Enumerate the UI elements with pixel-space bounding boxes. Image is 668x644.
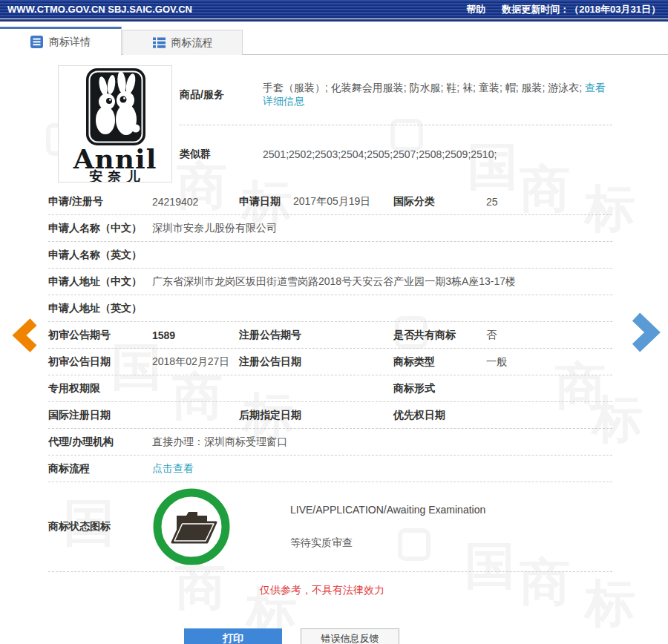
table-row-first-publication-no: 初审公告期号 1589 注册公告期号 是否共有商标 否: [48, 322, 612, 349]
table-row-applicant-cn: 申请人名称（中文） 深圳市安奈儿股份有限公司: [48, 215, 612, 242]
field-label: 申请/注册号: [48, 195, 152, 208]
logo-name-chinese: 安奈儿: [90, 168, 145, 182]
previous-record-arrow[interactable]: [10, 318, 40, 355]
field-value: 一般: [486, 355, 612, 369]
goods-services-label: 商品/服务: [180, 88, 263, 102]
field-label: 专用权期限: [48, 382, 152, 395]
field-value: 24219402: [152, 196, 239, 208]
annil-rabbits-logo: Annil 安奈儿: [59, 66, 171, 182]
similar-group-label: 类似群: [180, 148, 263, 161]
process-list-icon: [153, 36, 166, 49]
table-row-status: 商标状态图标 LIVE/APPLICATION/Awaiting Examina…: [48, 482, 612, 572]
table-row-first-publication-date: 初审公告日期 2018年02月27日 注册公告日期 商标类型 一般: [48, 349, 612, 375]
table-row-intl-registration: 国际注册日期 后期指定日期 优先权日期: [48, 402, 612, 429]
field-label: 国际注册日期: [48, 409, 152, 422]
table-row-exclusive-period: 专用权期限 商标形式: [48, 375, 612, 402]
field-label: 后期指定日期: [239, 409, 393, 422]
field-value: 1589: [152, 329, 239, 341]
print-button[interactable]: 打印: [184, 628, 282, 644]
field-value: 否: [486, 329, 612, 342]
tab-bar: 商标详情 商标流程: [0, 25, 668, 55]
field-label: 申请人地址（中文）: [48, 275, 152, 289]
topbar-underline: [0, 19, 668, 22]
field-label: 商标形式: [393, 382, 486, 395]
field-label: 注册公告期号: [239, 329, 293, 342]
goods-services-text: 手套（服装）; 化装舞会用服装; 防水服; 鞋; 袜; 童装; 帽; 服装; 游…: [263, 82, 582, 93]
trademark-image: Annil 安奈儿: [58, 65, 172, 183]
status-folder-icon: [152, 487, 231, 566]
field-value: 深圳市安奈儿股份有限公司: [152, 222, 612, 235]
chevron-right-icon: [628, 312, 661, 353]
status-english: LIVE/APPLICATION/Awaiting Examination: [290, 504, 485, 516]
goods-services-value: 手套（服装）; 化装舞会用服装; 防水服; 鞋; 袜; 童装; 帽; 服装; 游…: [263, 82, 612, 108]
field-label: 申请人名称（中文）: [48, 222, 152, 235]
field-label: 注册公告日期: [239, 355, 293, 369]
detail-list-icon: [30, 36, 43, 48]
table-row-reg-no: 申请/注册号 24219402 申请日期 2017年05月19日 国际分类 25: [48, 188, 612, 215]
help-link[interactable]: 帮助: [466, 3, 485, 16]
data-update-time: 数据更新时间：（2018年03月31日）: [502, 3, 661, 16]
status-chinese: 等待实质审查: [290, 536, 485, 550]
field-label: 优先权日期: [393, 409, 486, 422]
field-value: 直接办理：深圳商标受理窗口: [152, 436, 612, 449]
field-label: 代理/办理机构: [48, 436, 152, 449]
field-value: 广东省深圳市龙岗区坂田街道雪岗路2018号天安云谷产业园一期3栋A座13-17楼: [152, 275, 612, 289]
action-buttons: 打印 错误信息反馈: [184, 628, 668, 644]
chevron-left-icon: [10, 318, 40, 353]
disclaimer-text: 仅供参考，不具有法律效力: [260, 584, 668, 597]
field-label: 是否共有商标: [393, 329, 486, 342]
error-feedback-button[interactable]: 错误信息反馈: [301, 628, 399, 644]
topbar: WWW.CTMO.GOV.CN SBJ.SAIC.GOV.CN 帮助 数据更新时…: [0, 0, 668, 19]
trademark-detail-panel: 商 标 国 商 标 国 商 标 商 标 国 商 标 国 商 标: [0, 65, 668, 644]
tab-trademark-process[interactable]: 商标流程: [122, 30, 243, 55]
field-label: 申请人地址（英文）: [48, 302, 152, 315]
top-fields: 商品/服务 手套（服装）; 化装舞会用服装; 防水服; 鞋; 袜; 童装; 帽;…: [180, 65, 612, 184]
field-label: 商标类型: [393, 355, 486, 369]
field-label: 初审公告期号: [48, 329, 152, 342]
field-label: 国际分类: [393, 195, 486, 208]
table-row-applicant-en: 申请人名称（英文）: [48, 242, 612, 269]
tab-detail-label: 商标详情: [49, 36, 91, 49]
click-to-view-link[interactable]: 点击查看: [152, 462, 194, 476]
field-value: 2018年02月27日: [152, 355, 239, 369]
topbar-right: 帮助 数据更新时间：（2018年03月31日）: [466, 3, 661, 16]
similar-group-value: 2501;2502;2503;2504;2505;2507;2508;2509;…: [263, 148, 497, 160]
table-row-address-en: 申请人地址（英文）: [48, 295, 612, 322]
goods-services-row: 商品/服务 手套（服装）; 化装舞会用服装; 防水服; 鞋; 袜; 童装; 帽;…: [180, 65, 612, 125]
table-row-agency: 代理/办理机构 直接办理：深圳商标受理窗口: [48, 429, 612, 456]
tab-trademark-detail[interactable]: 商标详情: [0, 27, 122, 55]
detail-rows: 申请/注册号 24219402 申请日期 2017年05月19日 国际分类 25…: [48, 188, 612, 572]
top-section: Annil 安奈儿 商品/服务 手套（服装）; 化装舞会用服装; 防水服; 鞋;…: [58, 65, 612, 184]
similar-group-row: 类似群 2501;2502;2503;2504;2505;2507;2508;2…: [180, 125, 612, 185]
site-domains: WWW.CTMO.GOV.CN SBJ.SAIC.GOV.CN: [7, 4, 192, 15]
status-text: LIVE/APPLICATION/Awaiting Examination 等待…: [290, 504, 485, 550]
table-row-process: 商标流程 点击查看: [48, 456, 612, 482]
table-row-address-cn: 申请人地址（中文） 广东省深圳市龙岗区坂田街道雪岗路2018号天安云谷产业园一期…: [48, 269, 612, 295]
field-value: 25: [486, 196, 612, 208]
next-record-arrow[interactable]: [628, 312, 661, 355]
field-label: 商标状态图标: [48, 520, 152, 533]
tab-process-label: 商标流程: [171, 36, 213, 50]
field-label: 初审公告日期: [48, 355, 152, 369]
field-label: 申请日期: [239, 195, 293, 208]
field-value: 2017年05月19日: [293, 195, 393, 208]
field-label: 商标流程: [48, 462, 152, 476]
field-label: 申请人名称（英文）: [48, 249, 152, 262]
